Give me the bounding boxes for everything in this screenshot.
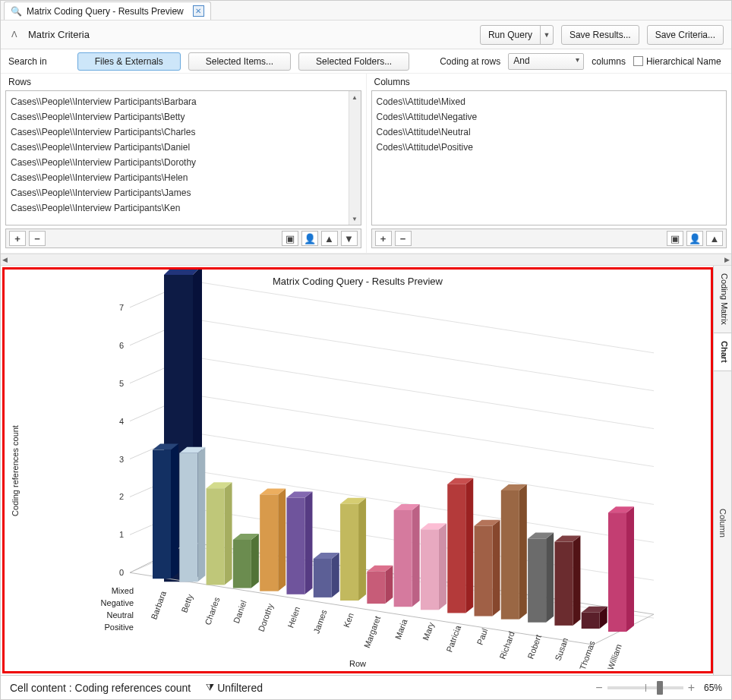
chevron-down-icon: ▼ [541,31,553,39]
filter-status[interactable]: ⧩ Unfiltered [206,682,263,694]
svg-text:Thomas: Thomas [578,639,597,671]
side-tab-chart[interactable]: Chart [714,333,731,371]
svg-rect-82 [501,490,519,620]
svg-text:Dorothy: Dorothy [257,602,276,633]
rows-remove-button[interactable]: − [29,231,46,246]
list-item[interactable]: Cases\\People\\Interview Participants\Da… [11,140,344,155]
zoom-slider[interactable] [607,686,683,689]
svg-text:William: William [605,643,623,671]
svg-text:Maria: Maria [393,617,409,641]
svg-marker-28 [171,444,178,579]
list-item[interactable]: Codes\\Attitude\Positive [377,140,722,155]
svg-text:Patricia: Patricia [444,623,462,653]
rows-scrollbar[interactable]: ▲▼ [349,91,361,225]
svg-rect-34 [179,453,197,582]
svg-rect-42 [233,540,251,588]
svg-text:Barbara: Barbara [149,589,168,621]
seg-selected-items[interactable]: Selected Items... [188,52,291,71]
svg-text:3: 3 [119,455,124,464]
svg-line-16 [191,357,654,429]
rows-user-button[interactable]: 👤 [301,231,318,246]
chart-area: Matrix Coding Query - Results Preview Co… [2,267,713,673]
list-item[interactable]: Cases\\People\\Interview Participants\Ke… [11,200,344,216]
rows-title: Rows [1,74,366,87]
rows-listbox[interactable]: Cases\\People\\Interview Participants\Ba… [5,90,361,225]
list-item[interactable]: Codes\\Attitude\Neutral [377,125,722,140]
svg-marker-40 [251,534,259,588]
chevron-up-icon[interactable]: ᐱ [8,30,21,39]
criteria-title: Matrix Criteria [28,29,90,40]
svg-text:Daniel: Daniel [232,599,248,624]
list-item[interactable]: Codes\\Attitude\Mixed [377,94,722,109]
svg-text:7: 7 [119,303,124,312]
svg-line-10 [191,433,654,505]
hierarchical-name-checkbox[interactable]: Hierarchical Name [633,56,721,67]
svg-text:Betty: Betty [179,592,194,613]
save-criteria-button[interactable]: Save Criteria... [647,25,724,45]
svg-text:Paul: Paul [475,627,490,646]
cols-remove-button[interactable]: − [395,231,412,246]
svg-marker-64 [412,504,420,607]
svg-text:Robert: Robert [525,633,543,660]
list-item[interactable]: Cases\\People\\Interview Participants\Ja… [11,185,344,200]
save-results-button[interactable]: Save Results... [561,25,639,45]
svg-text:6: 6 [119,341,124,350]
svg-rect-74 [447,484,465,613]
svg-rect-78 [475,526,493,616]
svg-rect-38 [207,488,225,585]
svg-marker-68 [439,523,446,610]
zoom-out-button[interactable]: − [595,681,602,695]
svg-marker-96 [626,506,634,632]
seg-files-externals[interactable]: Files & Externals [77,52,181,71]
checkbox-icon [633,56,643,66]
svg-rect-62 [367,572,385,604]
scroll-down-icon: ▼ [349,213,361,225]
zoom-in-button[interactable]: + [688,681,695,695]
svg-marker-52 [332,553,339,598]
cols-up-button[interactable]: ▲ [706,231,723,246]
list-item[interactable]: Cases\\People\\Interview Participants\Ch… [11,125,344,140]
list-item[interactable]: Cases\\People\\Interview Participants\Be… [11,109,344,125]
and-or-select[interactable]: And [508,53,584,70]
close-tab-button[interactable]: ✕ [193,5,204,17]
svg-marker-88 [573,536,580,626]
filter-icon: ⧩ [206,682,214,694]
svg-text:Helen: Helen [286,605,301,629]
run-query-button[interactable]: Run Query▼ [480,25,554,45]
list-item[interactable]: Cases\\People\\Interview Participants\He… [11,170,344,185]
side-tab-coding-matrix[interactable]: Coding Matrix [714,266,731,333]
list-item[interactable]: Cases\\People\\Interview Participants\Do… [11,155,344,170]
cols-select-button[interactable]: ▣ [667,231,683,246]
rows-select-button[interactable]: ▣ [282,231,298,246]
rows-down-button[interactable]: ▼ [341,231,358,246]
svg-marker-44 [278,488,286,591]
svg-rect-90 [554,542,573,626]
svg-rect-98 [608,512,626,632]
svg-text:2: 2 [119,492,124,501]
svg-line-22 [191,281,654,353]
svg-marker-56 [358,498,366,601]
cols-add-button[interactable]: + [375,231,392,246]
list-item[interactable]: Cases\\People\\Interview Participants\Ba… [11,94,344,109]
criteria-h-scrollbar[interactable]: ◀▶ [1,254,731,266]
rows-up-button[interactable]: ▲ [321,231,338,246]
svg-text:Susan: Susan [553,636,570,661]
columns-listbox[interactable]: Codes\\Attitude\MixedCodes\\Attitude\Neg… [371,90,727,225]
document-tab[interactable]: 🔍 Matrix Coding Query - Results Preview … [4,2,211,20]
list-item[interactable]: Codes\\Attitude\Negative [377,109,722,125]
svg-line-13 [191,395,654,467]
svg-marker-32 [197,447,205,582]
magnifier-icon: 🔍 [11,6,22,17]
svg-text:Mary: Mary [421,620,436,641]
svg-rect-86 [528,538,546,622]
svg-rect-54 [314,559,332,598]
cols-user-button[interactable]: 👤 [686,231,703,246]
svg-rect-50 [286,498,304,594]
svg-marker-36 [225,482,232,585]
svg-text:1: 1 [119,530,124,539]
rows-add-button[interactable]: + [9,231,26,246]
seg-selected-folders[interactable]: Selected Folders... [298,52,409,71]
side-column-label: Column [714,371,731,675]
svg-marker-76 [493,520,500,616]
svg-marker-60 [385,566,393,604]
